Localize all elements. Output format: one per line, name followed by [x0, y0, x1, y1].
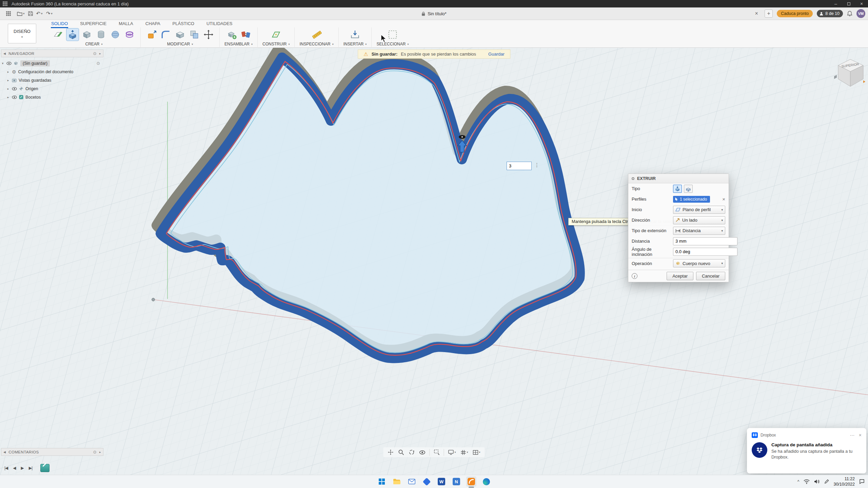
- group-modificar-dropdown[interactable]: MODIFICAR▾: [167, 42, 193, 47]
- profiles-selected-chip[interactable]: 1 seleccionado: [673, 196, 710, 203]
- save-button[interactable]: [28, 11, 33, 16]
- group-inspeccionar-dropdown[interactable]: INSPECCIONAR▾: [299, 42, 333, 47]
- tab-malla[interactable]: MALLA: [118, 20, 134, 28]
- zoom-window-button[interactable]: [432, 448, 441, 456]
- timeline-go-end-button[interactable]: ▶|: [27, 465, 34, 471]
- box-primitive-button[interactable]: [81, 28, 93, 41]
- expand-caret-icon[interactable]: ▸: [6, 87, 10, 90]
- close-tab-button[interactable]: ×: [752, 9, 761, 18]
- fillet-button[interactable]: [160, 28, 172, 41]
- license-expiry-button[interactable]: Caduca pronto: [777, 10, 813, 17]
- seats-badge[interactable]: 8 de 10: [817, 10, 843, 17]
- viewcube-home-icon[interactable]: [834, 75, 837, 79]
- operacion-select[interactable]: Cuerpo nuevo ▾: [673, 259, 725, 267]
- extension-select[interactable]: Distancia ▾: [673, 227, 725, 235]
- distancia-input[interactable]: [673, 237, 737, 245]
- tree-item-doc-settings[interactable]: ▸ ⚙ Configuración del documento: [6, 67, 103, 76]
- minimize-button[interactable]: –: [829, 0, 842, 7]
- taskbar-clock[interactable]: 11:22 30/10/2022: [833, 476, 855, 487]
- look-at-button[interactable]: [417, 449, 427, 455]
- info-icon[interactable]: i: [632, 273, 637, 279]
- onedrive-app-button[interactable]: [421, 476, 432, 487]
- edge-browser-button[interactable]: [481, 476, 491, 487]
- move-copy-button[interactable]: [202, 28, 215, 41]
- visibility-eye-icon[interactable]: [6, 62, 12, 65]
- coil-primitive-button[interactable]: [123, 28, 136, 41]
- display-settings-button[interactable]: ▾: [446, 449, 457, 456]
- extrude-solid-type-button[interactable]: [673, 185, 682, 193]
- undo-button[interactable]: ↶▾: [36, 11, 43, 17]
- tree-root-row[interactable]: ▾ (Sin guardar) ⊙: [1, 59, 103, 67]
- distance-input[interactable]: [507, 162, 532, 170]
- target-icon[interactable]: ⊙: [97, 61, 100, 66]
- toast-close-button[interactable]: ×: [859, 432, 862, 438]
- new-tab-button[interactable]: +: [765, 9, 773, 18]
- expand-icon[interactable]: ▸: [99, 450, 101, 454]
- orbit-button[interactable]: [407, 448, 416, 456]
- collapse-panel-icon[interactable]: ◀: [3, 52, 6, 55]
- word-app-button[interactable]: W: [436, 476, 447, 487]
- redo-button[interactable]: ↷▾: [46, 11, 53, 17]
- volume-icon[interactable]: [814, 479, 820, 484]
- expand-caret-icon[interactable]: ▸: [6, 79, 10, 82]
- new-component-button[interactable]: [225, 28, 238, 41]
- workspace-selector[interactable]: DISEÑO ▾: [8, 24, 36, 43]
- app-grid-icon[interactable]: [6, 11, 11, 16]
- timeline-play-button[interactable]: ▶: [19, 465, 25, 471]
- expand-caret-icon[interactable]: ▾: [1, 62, 4, 65]
- tray-overflow-chevron[interactable]: ^: [797, 479, 800, 484]
- direccion-select[interactable]: Un lado ▾: [673, 216, 725, 224]
- expand-caret-icon[interactable]: ▸: [6, 96, 10, 99]
- tree-item-saved-views[interactable]: ▸ Vistas guardadas: [6, 76, 103, 84]
- expand-icon[interactable]: ▸: [99, 52, 101, 55]
- file-menu-button[interactable]: ▾: [17, 11, 25, 16]
- inicio-select[interactable]: Plano de perfil ▾: [673, 206, 725, 214]
- comments-header[interactable]: ◀ COMENTARIOS ⊙ ▸: [1, 448, 103, 456]
- navigator-header[interactable]: ◀ NAVEGADOR ⊙ ▸: [1, 49, 103, 57]
- zoom-button[interactable]: [396, 448, 406, 456]
- file-explorer-button[interactable]: [392, 476, 402, 487]
- combine-button[interactable]: [188, 28, 200, 41]
- cylinder-primitive-button[interactable]: [95, 28, 107, 41]
- extrude-button[interactable]: [66, 28, 79, 41]
- sphere-primitive-button[interactable]: [109, 28, 121, 41]
- tab-utilidades[interactable]: UTILIDADES: [206, 20, 233, 28]
- maximize-button[interactable]: [842, 0, 855, 7]
- drag-handle-icon[interactable]: ⋮: [534, 162, 539, 168]
- measure-button[interactable]: [311, 28, 323, 41]
- start-button[interactable]: [377, 476, 387, 487]
- group-crear-dropdown[interactable]: CREAR▾: [85, 42, 102, 47]
- notifications-bell-icon[interactable]: [847, 11, 852, 17]
- extrude-thin-type-button[interactable]: [684, 185, 693, 193]
- timeline-sketch-feature[interactable]: [40, 464, 50, 472]
- timeline-go-start-button[interactable]: |◀: [3, 465, 9, 471]
- toast-more-button[interactable]: ⋯: [850, 432, 855, 438]
- collapse-panel-icon[interactable]: ◀: [3, 450, 6, 454]
- target-icon[interactable]: ⊙: [93, 450, 97, 454]
- clear-selection-button[interactable]: ×: [722, 196, 725, 202]
- tab-plastico[interactable]: PLÁSTICO: [172, 20, 195, 28]
- user-avatar[interactable]: VM: [856, 9, 865, 18]
- visibility-eye-icon[interactable]: [12, 96, 17, 99]
- viewport-canvas[interactable]: ⚠ Sin guardar: Es posible que se pierdan…: [0, 48, 868, 475]
- view-cube[interactable]: SUPERIOR: [833, 55, 866, 89]
- cancel-button[interactable]: Cancelar: [696, 272, 725, 280]
- insert-button[interactable]: [349, 28, 361, 41]
- dropbox-notification[interactable]: Dropbox ⋯ × Captura de pantalla añadida …: [747, 428, 866, 473]
- pan-button[interactable]: [386, 448, 395, 456]
- angulo-input[interactable]: [673, 248, 737, 256]
- grid-settings-button[interactable]: ▾: [459, 449, 470, 456]
- expand-caret-icon[interactable]: ▸: [6, 70, 10, 74]
- timeline-step-back-button[interactable]: ◀: [11, 465, 17, 471]
- root-document-label[interactable]: (Sin guardar): [20, 60, 50, 66]
- group-construir-dropdown[interactable]: CONSTRUIR▾: [262, 42, 290, 47]
- create-sketch-button[interactable]: [52, 28, 64, 41]
- group-ensamblar-dropdown[interactable]: ENSAMBLAR▾: [224, 42, 253, 47]
- document-tab[interactable]: Sin título*: [421, 11, 447, 16]
- app-launcher-icon[interactable]: [3, 1, 7, 6]
- tree-item-origen[interactable]: ▸ Origen: [6, 84, 103, 93]
- office-app-button[interactable]: N: [451, 476, 461, 487]
- select-window-button[interactable]: [387, 28, 399, 41]
- target-icon[interactable]: ⊙: [93, 51, 97, 56]
- shell-button[interactable]: [174, 28, 186, 41]
